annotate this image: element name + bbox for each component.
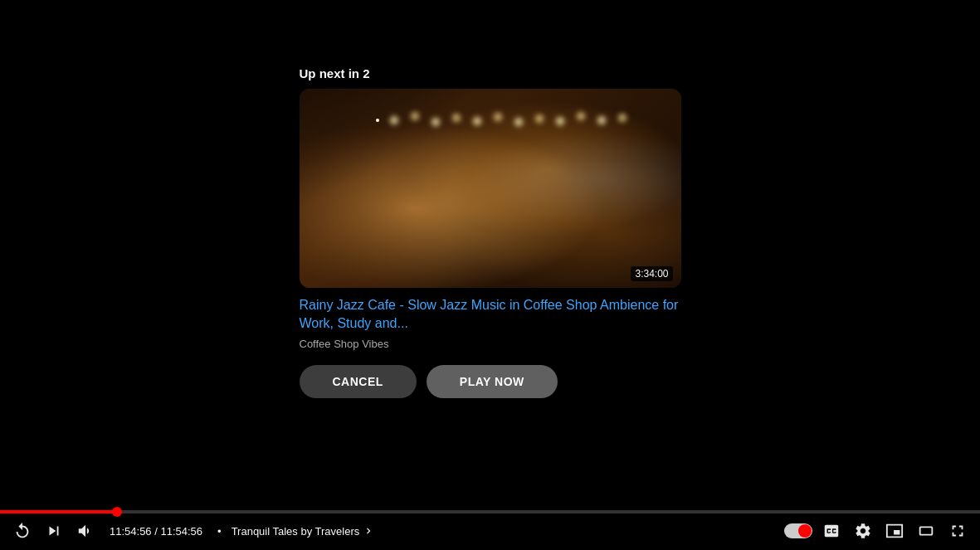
play-now-button[interactable]: PLAY NOW — [427, 365, 558, 398]
replay-icon[interactable] — [10, 518, 35, 543]
controls-bar: 11:54:56 / 11:54:56 • Tranquil Tales by … — [0, 498, 980, 550]
upnext-text: Up next in — [300, 66, 363, 80]
controls-video-title[interactable]: Tranquil Tales by Travelers — [232, 525, 375, 538]
controls-row: 11:54:56 / 11:54:56 • Tranquil Tales by … — [0, 518, 980, 543]
dot-separator: • — [217, 525, 222, 538]
action-buttons: CANCEL PLAY NOW — [300, 365, 558, 398]
upnext-overlay: Up next in 2 3:34:00 Rainy Jazz Cafe - S… — [300, 66, 681, 398]
time-display: 11:54:56 / 11:54:56 — [110, 525, 202, 538]
settings-icon[interactable] — [851, 518, 875, 543]
skip-next-icon[interactable] — [41, 518, 66, 543]
next-video-title[interactable]: Rainy Jazz Cafe - Slow Jazz Music in Cof… — [300, 296, 681, 333]
volume-icon[interactable] — [73, 518, 98, 543]
chevron-right-icon — [363, 525, 374, 537]
video-duration: 3:34:00 — [631, 266, 672, 281]
autoplay-toggle[interactable] — [784, 523, 812, 538]
controls-title-text: Tranquil Tales by Travelers — [232, 525, 360, 538]
toggle-track — [784, 523, 812, 538]
progress-bar[interactable] — [0, 510, 980, 513]
upnext-countdown: 2 — [363, 66, 369, 80]
cancel-button[interactable]: CANCEL — [300, 365, 417, 398]
upnext-label: Up next in 2 — [300, 66, 370, 80]
miniplayer-icon[interactable] — [882, 518, 907, 543]
fullscreen-icon[interactable] — [945, 518, 970, 543]
progress-fill — [0, 510, 118, 513]
next-video-thumbnail[interactable]: 3:34:00 — [300, 89, 681, 288]
captions-icon[interactable] — [819, 518, 844, 543]
video-area: Up next in 2 3:34:00 Rainy Jazz Cafe - S… — [0, 0, 980, 498]
toggle-thumb — [798, 524, 812, 538]
next-video-channel[interactable]: Coffee Shop Vibes — [300, 338, 681, 350]
video-info: Rainy Jazz Cafe - Slow Jazz Music in Cof… — [300, 296, 681, 362]
time-total: 11:54:56 — [160, 525, 202, 538]
time-current: 11:54:56 — [110, 525, 152, 538]
theater-mode-icon[interactable] — [914, 518, 939, 543]
thumbnail-image — [300, 89, 681, 288]
